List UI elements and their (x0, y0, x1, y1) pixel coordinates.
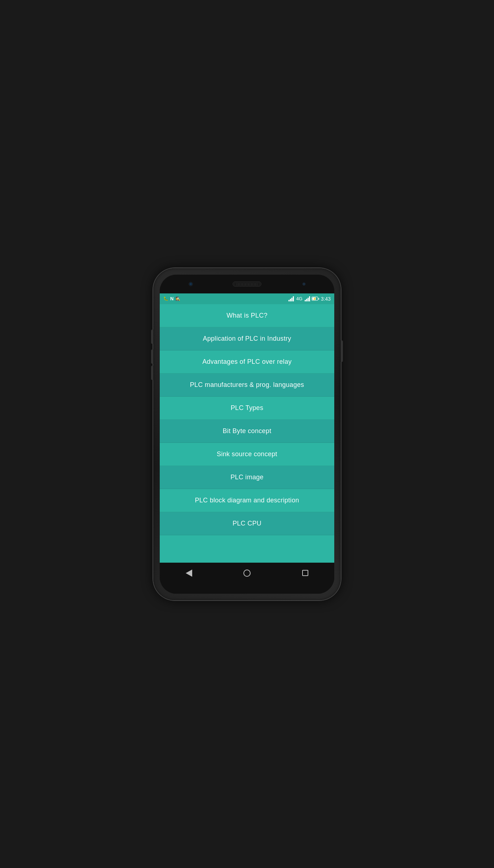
menu-item-label-plc-cpu: PLC CPU (233, 520, 261, 527)
home-button[interactable] (240, 566, 254, 580)
status-bar: 🐛 N 🕵 4G (160, 293, 334, 304)
menu-item-label-advantages-plc: Advantages of PLC over relay (202, 358, 292, 366)
menu-item-plc-block-diagram[interactable]: PLC block diagram and description (160, 489, 334, 512)
battery-body: ⚡ (312, 297, 318, 301)
navigation-bar (160, 563, 334, 584)
menu-item-label-application-plc: Application of PLC in Industry (203, 335, 291, 343)
menu-item-what-is-plc[interactable]: What is PLC? (160, 304, 334, 327)
signal-icon-left (288, 296, 294, 301)
menu-item-plc-image[interactable]: PLC image (160, 466, 334, 489)
earpiece-speaker (233, 282, 261, 287)
bug-icon: 🐛 (163, 296, 168, 301)
spy-icon: 🕵 (175, 296, 180, 301)
menu-item-application-plc[interactable]: Application of PLC in Industry (160, 327, 334, 350)
menu-item-advantages-plc[interactable]: Advantages of PLC over relay (160, 350, 334, 374)
front-camera (189, 282, 193, 286)
menu-item-bit-byte[interactable]: Bit Byte concept (160, 420, 334, 443)
proximity-sensor (303, 283, 305, 285)
menu-item-label-plc-block-diagram: PLC block diagram and description (195, 497, 299, 504)
signal-icon-right (305, 296, 310, 301)
menu-item-plc-cpu[interactable]: PLC CPU (160, 512, 334, 535)
network-type: 4G (296, 296, 302, 301)
status-right: 4G ⚡ 3:43 (288, 296, 331, 302)
menu-item-plc-types[interactable]: PLC Types (160, 397, 334, 420)
menu-item-sink-source[interactable]: Sink source concept (160, 443, 334, 466)
menu-item-label-what-is-plc: What is PLC? (226, 312, 268, 319)
n-icon: N (170, 296, 173, 301)
phone-hardware-bottom (160, 584, 334, 594)
menu-item-label-sink-source: Sink source concept (217, 450, 277, 458)
phone-hardware-top (160, 275, 334, 293)
menu-item-label-bit-byte: Bit Byte concept (223, 427, 272, 435)
back-button[interactable] (182, 566, 196, 580)
time-display: 3:43 (321, 296, 331, 302)
recents-button[interactable] (298, 566, 312, 580)
menu-item-label-plc-image: PLC image (230, 474, 264, 481)
battery-bolt: ⚡ (313, 297, 317, 301)
menu-item-label-manufacturers-plc: PLC manufacturers & prog. languages (190, 381, 304, 389)
menu-item-label-plc-types: PLC Types (231, 404, 263, 412)
screen: 🐛 N 🕵 4G (160, 293, 334, 563)
menu-spacer (160, 535, 334, 563)
battery-icon: ⚡ (312, 297, 318, 301)
menu-item-manufacturers-plc[interactable]: PLC manufacturers & prog. languages (160, 374, 334, 397)
home-icon (243, 570, 251, 577)
phone-device: 🐛 N 🕵 4G (153, 268, 341, 600)
back-icon (186, 570, 192, 577)
phone-screen-area: 🐛 N 🕵 4G (160, 275, 334, 594)
recents-icon (302, 570, 308, 576)
menu-list: What is PLC?Application of PLC in Indust… (160, 304, 334, 563)
status-icons-left: 🐛 N 🕵 (163, 296, 180, 301)
